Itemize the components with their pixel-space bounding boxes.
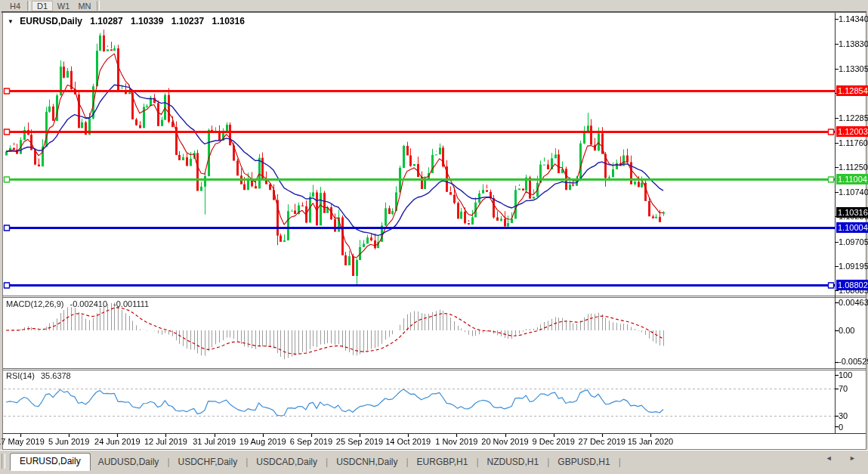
price-tick: 1.09705 <box>839 237 868 246</box>
chart-title: ▼ EURUSD,Daily 1.10287 1.10339 1.10237 1… <box>8 16 250 26</box>
macd-axis-tick: -0.005299 <box>839 357 868 366</box>
price-tick: 1.12285 <box>839 113 868 122</box>
price-tick: 1.14340 <box>839 14 868 23</box>
price-tick: 1.11250 <box>839 163 868 172</box>
tab-audusd-daily[interactable]: AUDUSD,Daily <box>91 454 167 470</box>
hline-price-label[interactable]: 1.08802 <box>836 280 868 290</box>
date-label: 9 Dec 2019 <box>533 437 575 446</box>
date-label: 15 Jan 2020 <box>628 437 674 446</box>
date-label: 31 Jul 2019 <box>193 437 236 446</box>
date-label: 24 Jun 2019 <box>94 437 141 446</box>
ohlc-close: 1.10316 <box>212 16 245 26</box>
price-tick: 1.10740 <box>839 187 868 197</box>
date-label: 14 Oct 2019 <box>385 437 431 446</box>
ohlc-open: 1.10287 <box>90 16 122 26</box>
price-tick: 1.11760 <box>839 138 868 147</box>
date-label: 27 Dec 2019 <box>579 437 626 446</box>
ohlc-low: 1.10237 <box>171 16 204 26</box>
chart-symbol-label: EURUSD,Daily <box>20 16 82 26</box>
tab-usdcad-daily[interactable]: USDCAD,Daily <box>249 454 325 470</box>
timeframe-d1-button[interactable]: D1 <box>32 1 53 11</box>
macd-label: MACD(12,26,9) <box>6 299 63 308</box>
rsi-axis-tick: 0 <box>839 423 843 432</box>
timeframe-mn-button[interactable]: MN <box>74 1 95 11</box>
date-label: 1 Nov 2019 <box>435 437 477 446</box>
hline-price-label[interactable]: 1.12003 <box>836 126 868 137</box>
tab-usdchf-daily[interactable]: USDCHF,Daily <box>171 454 246 470</box>
date-label: 5 Jun 2019 <box>48 437 89 446</box>
current-price-label: 1.10316 <box>836 207 868 218</box>
chart-tabs-bar: EURUSD,Daily AUDUSD,Daily | USDCHF,Daily… <box>0 450 868 470</box>
date-label: 20 Nov 2019 <box>481 437 528 446</box>
tabbar-gripper[interactable] <box>2 454 5 469</box>
tab-scroll-right-icon[interactable]: ► <box>849 454 863 462</box>
timeframe-w1-button[interactable]: W1 <box>53 1 74 11</box>
metatrader-window: H4 D1 W1 MN ▼ EURUSD,Daily 1.10287 1.103… <box>0 0 868 474</box>
tab-usdcnh-daily[interactable]: USDCNH,Daily <box>329 454 405 470</box>
tab-eurgbp-h1[interactable]: EURGBP,H1 <box>409 454 476 470</box>
timeframe-toolbar: H4 D1 W1 MN <box>0 0 868 11</box>
tab-scroll-left-icon[interactable]: ◄ <box>826 454 840 462</box>
timeframe-h4-button[interactable]: H4 <box>5 1 26 11</box>
hline-price-label[interactable]: 1.12854 <box>836 85 868 96</box>
chart-canvas[interactable] <box>0 0 868 474</box>
date-label: 19 Aug 2019 <box>239 437 286 446</box>
macd-main-value: -0.002410 <box>70 299 107 308</box>
date-label: 25 Sep 2019 <box>336 437 383 446</box>
rsi-label: RSI(14) <box>6 371 35 380</box>
tab-scrollers: ◄ ► <box>826 454 863 462</box>
price-tick: 1.13305 <box>839 64 868 73</box>
date-label: 17 May 2019 <box>0 437 45 446</box>
rsi-indicator-label: RSI(14) 35.6378 <box>6 371 75 380</box>
macd-axis-tick: 0.00463 <box>839 298 868 307</box>
price-tick: 1.09195 <box>839 262 868 271</box>
macd-indicator-label: MACD(12,26,9) -0.002410 -0.001111 <box>6 299 153 308</box>
ohlc-high: 1.10339 <box>131 16 163 26</box>
hline-price-label[interactable]: 1.10004 <box>836 222 868 233</box>
date-label: 12 Jul 2019 <box>144 437 187 446</box>
price-tick: 1.13830 <box>839 39 868 48</box>
macd-signal-value: -0.001111 <box>113 299 149 308</box>
tab-gbpusd-h1[interactable]: GBPUSD,H1 <box>550 454 617 470</box>
rsi-axis-tick: 100 <box>839 370 852 380</box>
rsi-axis-tick: 70 <box>839 384 848 393</box>
tab-nzdusd-h1[interactable]: NZDUSD,H1 <box>480 454 547 470</box>
date-label: 6 Sep 2019 <box>290 437 332 446</box>
rsi-value: 35.6378 <box>41 371 71 380</box>
toolbar-separator <box>97 1 100 11</box>
toolbar-separator <box>27 1 30 11</box>
macd-axis-tick: 0.00 <box>839 326 854 335</box>
symbol-dropdown-icon[interactable]: ▼ <box>8 18 14 25</box>
hline-price-label[interactable]: 1.11004 <box>836 174 868 184</box>
rsi-axis-tick: 30 <box>839 411 848 420</box>
tab-separator: | <box>618 457 622 470</box>
tab-eurusd-daily[interactable]: EURUSD,Daily <box>10 453 91 471</box>
